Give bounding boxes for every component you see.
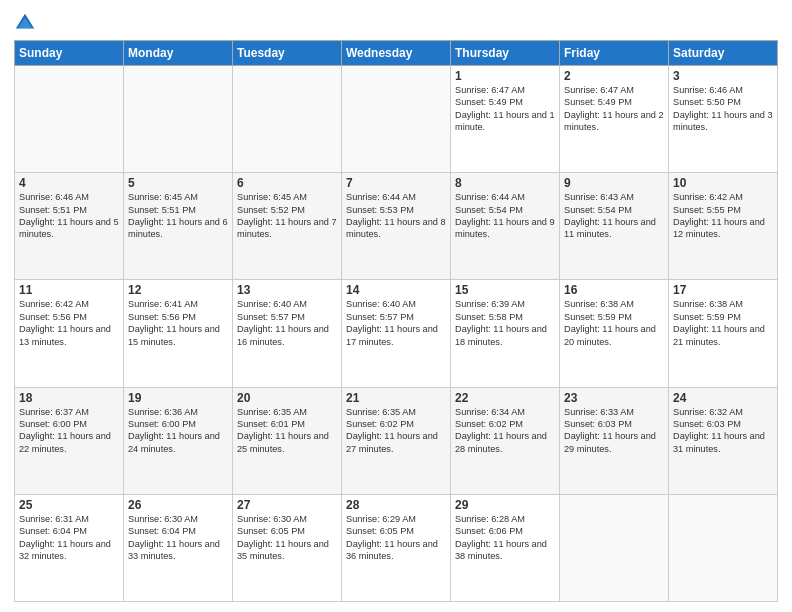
calendar-cell xyxy=(15,66,124,173)
calendar-cell: 25Sunrise: 6:31 AM Sunset: 6:04 PM Dayli… xyxy=(15,494,124,601)
logo xyxy=(14,10,38,34)
day-info: Sunrise: 6:35 AM Sunset: 6:02 PM Dayligh… xyxy=(346,406,446,456)
weekday-header-tuesday: Tuesday xyxy=(233,41,342,66)
calendar-week-row: 25Sunrise: 6:31 AM Sunset: 6:04 PM Dayli… xyxy=(15,494,778,601)
day-number: 1 xyxy=(455,69,555,83)
day-info: Sunrise: 6:37 AM Sunset: 6:00 PM Dayligh… xyxy=(19,406,119,456)
day-number: 6 xyxy=(237,176,337,190)
calendar-cell: 19Sunrise: 6:36 AM Sunset: 6:00 PM Dayli… xyxy=(124,387,233,494)
day-info: Sunrise: 6:42 AM Sunset: 5:56 PM Dayligh… xyxy=(19,298,119,348)
calendar-cell: 21Sunrise: 6:35 AM Sunset: 6:02 PM Dayli… xyxy=(342,387,451,494)
calendar-cell: 10Sunrise: 6:42 AM Sunset: 5:55 PM Dayli… xyxy=(669,173,778,280)
calendar-week-row: 4Sunrise: 6:46 AM Sunset: 5:51 PM Daylig… xyxy=(15,173,778,280)
day-number: 26 xyxy=(128,498,228,512)
logo-icon xyxy=(14,12,36,34)
day-number: 22 xyxy=(455,391,555,405)
calendar-cell: 4Sunrise: 6:46 AM Sunset: 5:51 PM Daylig… xyxy=(15,173,124,280)
weekday-header-sunday: Sunday xyxy=(15,41,124,66)
day-number: 8 xyxy=(455,176,555,190)
day-info: Sunrise: 6:36 AM Sunset: 6:00 PM Dayligh… xyxy=(128,406,228,456)
calendar-cell: 18Sunrise: 6:37 AM Sunset: 6:00 PM Dayli… xyxy=(15,387,124,494)
day-number: 13 xyxy=(237,283,337,297)
day-info: Sunrise: 6:39 AM Sunset: 5:58 PM Dayligh… xyxy=(455,298,555,348)
calendar-cell: 12Sunrise: 6:41 AM Sunset: 5:56 PM Dayli… xyxy=(124,280,233,387)
day-info: Sunrise: 6:44 AM Sunset: 5:54 PM Dayligh… xyxy=(455,191,555,241)
day-number: 9 xyxy=(564,176,664,190)
day-number: 18 xyxy=(19,391,119,405)
calendar-cell: 7Sunrise: 6:44 AM Sunset: 5:53 PM Daylig… xyxy=(342,173,451,280)
day-number: 5 xyxy=(128,176,228,190)
day-info: Sunrise: 6:33 AM Sunset: 6:03 PM Dayligh… xyxy=(564,406,664,456)
day-info: Sunrise: 6:35 AM Sunset: 6:01 PM Dayligh… xyxy=(237,406,337,456)
day-number: 19 xyxy=(128,391,228,405)
header xyxy=(14,10,778,34)
calendar-cell: 27Sunrise: 6:30 AM Sunset: 6:05 PM Dayli… xyxy=(233,494,342,601)
calendar-cell: 6Sunrise: 6:45 AM Sunset: 5:52 PM Daylig… xyxy=(233,173,342,280)
day-number: 20 xyxy=(237,391,337,405)
day-number: 23 xyxy=(564,391,664,405)
calendar-cell: 5Sunrise: 6:45 AM Sunset: 5:51 PM Daylig… xyxy=(124,173,233,280)
day-number: 25 xyxy=(19,498,119,512)
day-info: Sunrise: 6:40 AM Sunset: 5:57 PM Dayligh… xyxy=(346,298,446,348)
day-info: Sunrise: 6:38 AM Sunset: 5:59 PM Dayligh… xyxy=(564,298,664,348)
day-info: Sunrise: 6:28 AM Sunset: 6:06 PM Dayligh… xyxy=(455,513,555,563)
weekday-header-row: SundayMondayTuesdayWednesdayThursdayFrid… xyxy=(15,41,778,66)
day-number: 4 xyxy=(19,176,119,190)
calendar-cell xyxy=(342,66,451,173)
day-number: 17 xyxy=(673,283,773,297)
calendar-cell: 16Sunrise: 6:38 AM Sunset: 5:59 PM Dayli… xyxy=(560,280,669,387)
day-info: Sunrise: 6:47 AM Sunset: 5:49 PM Dayligh… xyxy=(455,84,555,134)
calendar-cell: 9Sunrise: 6:43 AM Sunset: 5:54 PM Daylig… xyxy=(560,173,669,280)
calendar-cell xyxy=(669,494,778,601)
day-number: 27 xyxy=(237,498,337,512)
calendar-cell: 15Sunrise: 6:39 AM Sunset: 5:58 PM Dayli… xyxy=(451,280,560,387)
weekday-header-monday: Monday xyxy=(124,41,233,66)
calendar-cell: 8Sunrise: 6:44 AM Sunset: 5:54 PM Daylig… xyxy=(451,173,560,280)
day-info: Sunrise: 6:32 AM Sunset: 6:03 PM Dayligh… xyxy=(673,406,773,456)
day-number: 24 xyxy=(673,391,773,405)
calendar-cell: 14Sunrise: 6:40 AM Sunset: 5:57 PM Dayli… xyxy=(342,280,451,387)
day-number: 16 xyxy=(564,283,664,297)
day-info: Sunrise: 6:45 AM Sunset: 5:51 PM Dayligh… xyxy=(128,191,228,241)
calendar-cell xyxy=(233,66,342,173)
day-info: Sunrise: 6:46 AM Sunset: 5:50 PM Dayligh… xyxy=(673,84,773,134)
weekday-header-wednesday: Wednesday xyxy=(342,41,451,66)
day-number: 28 xyxy=(346,498,446,512)
day-info: Sunrise: 6:40 AM Sunset: 5:57 PM Dayligh… xyxy=(237,298,337,348)
page: SundayMondayTuesdayWednesdayThursdayFrid… xyxy=(0,0,792,612)
calendar-cell: 13Sunrise: 6:40 AM Sunset: 5:57 PM Dayli… xyxy=(233,280,342,387)
day-number: 21 xyxy=(346,391,446,405)
calendar-cell: 22Sunrise: 6:34 AM Sunset: 6:02 PM Dayli… xyxy=(451,387,560,494)
day-info: Sunrise: 6:34 AM Sunset: 6:02 PM Dayligh… xyxy=(455,406,555,456)
day-info: Sunrise: 6:30 AM Sunset: 6:04 PM Dayligh… xyxy=(128,513,228,563)
day-number: 29 xyxy=(455,498,555,512)
calendar-week-row: 11Sunrise: 6:42 AM Sunset: 5:56 PM Dayli… xyxy=(15,280,778,387)
calendar-cell: 17Sunrise: 6:38 AM Sunset: 5:59 PM Dayli… xyxy=(669,280,778,387)
day-info: Sunrise: 6:29 AM Sunset: 6:05 PM Dayligh… xyxy=(346,513,446,563)
day-info: Sunrise: 6:44 AM Sunset: 5:53 PM Dayligh… xyxy=(346,191,446,241)
weekday-header-saturday: Saturday xyxy=(669,41,778,66)
calendar-week-row: 1Sunrise: 6:47 AM Sunset: 5:49 PM Daylig… xyxy=(15,66,778,173)
weekday-header-thursday: Thursday xyxy=(451,41,560,66)
day-info: Sunrise: 6:38 AM Sunset: 5:59 PM Dayligh… xyxy=(673,298,773,348)
day-info: Sunrise: 6:45 AM Sunset: 5:52 PM Dayligh… xyxy=(237,191,337,241)
day-number: 2 xyxy=(564,69,664,83)
day-info: Sunrise: 6:43 AM Sunset: 5:54 PM Dayligh… xyxy=(564,191,664,241)
day-number: 11 xyxy=(19,283,119,297)
calendar-cell: 2Sunrise: 6:47 AM Sunset: 5:49 PM Daylig… xyxy=(560,66,669,173)
calendar-cell: 1Sunrise: 6:47 AM Sunset: 5:49 PM Daylig… xyxy=(451,66,560,173)
day-info: Sunrise: 6:31 AM Sunset: 6:04 PM Dayligh… xyxy=(19,513,119,563)
calendar-cell: 24Sunrise: 6:32 AM Sunset: 6:03 PM Dayli… xyxy=(669,387,778,494)
calendar-cell xyxy=(124,66,233,173)
day-number: 3 xyxy=(673,69,773,83)
day-number: 14 xyxy=(346,283,446,297)
calendar-cell: 11Sunrise: 6:42 AM Sunset: 5:56 PM Dayli… xyxy=(15,280,124,387)
calendar-cell: 23Sunrise: 6:33 AM Sunset: 6:03 PM Dayli… xyxy=(560,387,669,494)
calendar-cell: 28Sunrise: 6:29 AM Sunset: 6:05 PM Dayli… xyxy=(342,494,451,601)
weekday-header-friday: Friday xyxy=(560,41,669,66)
day-info: Sunrise: 6:47 AM Sunset: 5:49 PM Dayligh… xyxy=(564,84,664,134)
calendar-week-row: 18Sunrise: 6:37 AM Sunset: 6:00 PM Dayli… xyxy=(15,387,778,494)
calendar-cell xyxy=(560,494,669,601)
day-number: 7 xyxy=(346,176,446,190)
calendar-table: SundayMondayTuesdayWednesdayThursdayFrid… xyxy=(14,40,778,602)
